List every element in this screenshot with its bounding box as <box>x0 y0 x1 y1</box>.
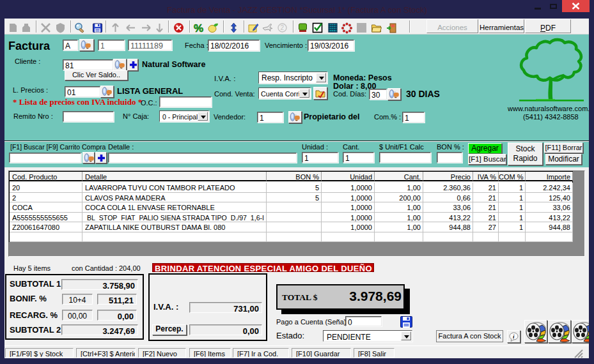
svg-text:2: 2 <box>281 24 285 31</box>
svg-text:%: % <box>194 22 203 34</box>
